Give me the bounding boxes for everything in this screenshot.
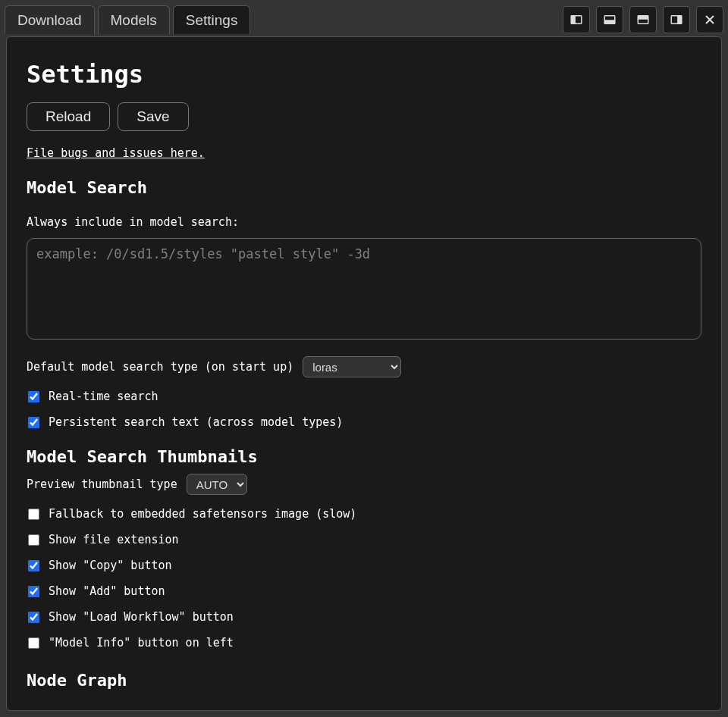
persistent-search-label: Persistent search text (across model typ… bbox=[49, 415, 343, 429]
panel-left-icon[interactable] bbox=[563, 6, 590, 33]
section-model-search: Model Search bbox=[27, 178, 701, 197]
model-info-left-checkbox[interactable] bbox=[28, 637, 39, 649]
show-load-workflow-checkbox[interactable] bbox=[28, 612, 39, 623]
panel-right-icon[interactable] bbox=[663, 6, 690, 33]
default-type-select[interactable]: loras bbox=[303, 356, 401, 377]
action-buttons: Reload Save bbox=[27, 102, 701, 131]
panel-bottom-icon[interactable] bbox=[596, 6, 623, 33]
close-icon[interactable] bbox=[696, 6, 723, 33]
page-title: Settings bbox=[27, 60, 701, 89]
section-thumbnails: Model Search Thumbnails bbox=[27, 447, 701, 466]
default-type-row: Default model search type (on start up) … bbox=[27, 356, 701, 377]
file-issues-link[interactable]: File bugs and issues here. bbox=[27, 146, 205, 160]
show-copy-label: Show "Copy" button bbox=[49, 559, 172, 572]
tab-download[interactable]: Download bbox=[5, 5, 95, 34]
tab-settings[interactable]: Settings bbox=[173, 5, 251, 34]
fallback-embedded-checkbox[interactable] bbox=[28, 509, 39, 520]
svg-rect-1 bbox=[571, 16, 575, 24]
default-type-label: Default model search type (on start up) bbox=[27, 360, 293, 374]
show-add-label: Show "Add" button bbox=[49, 584, 165, 598]
preview-type-row: Preview thumbnail type AUTO bbox=[27, 474, 701, 495]
svg-rect-5 bbox=[638, 16, 648, 20]
settings-panel: Settings Reload Save File bugs and issue… bbox=[6, 36, 722, 711]
panel-top-icon[interactable] bbox=[629, 6, 657, 33]
fallback-embedded-label: Fallback to embedded safetensors image (… bbox=[49, 507, 356, 521]
section-node-graph: Node Graph bbox=[27, 671, 701, 690]
preview-type-label: Preview thumbnail type bbox=[27, 477, 177, 491]
tab-bar: Download Models Settings bbox=[0, 0, 728, 36]
model-info-left-label: "Model Info" button on left bbox=[49, 636, 234, 650]
always-include-label: Always include in model search: bbox=[27, 215, 701, 229]
preview-type-select[interactable]: AUTO bbox=[187, 474, 247, 495]
realtime-search-checkbox[interactable] bbox=[28, 391, 39, 402]
always-include-field: Always include in model search: bbox=[27, 215, 701, 343]
reload-button[interactable]: Reload bbox=[27, 102, 110, 131]
realtime-search-label: Real-time search bbox=[49, 390, 158, 403]
show-add-checkbox[interactable] bbox=[28, 586, 39, 597]
always-include-input[interactable] bbox=[27, 238, 701, 340]
persistent-search-checkbox[interactable] bbox=[28, 417, 39, 428]
show-load-workflow-label: Show "Load Workflow" button bbox=[49, 610, 234, 624]
show-extension-checkbox[interactable] bbox=[28, 534, 39, 546]
tab-models[interactable]: Models bbox=[98, 5, 170, 34]
svg-rect-7 bbox=[678, 16, 682, 24]
show-copy-checkbox[interactable] bbox=[28, 560, 39, 571]
app-window: Download Models Settings Settings Reload… bbox=[0, 0, 728, 717]
svg-rect-3 bbox=[604, 20, 615, 24]
show-extension-label: Show file extension bbox=[49, 533, 179, 546]
save-button[interactable]: Save bbox=[118, 102, 188, 131]
